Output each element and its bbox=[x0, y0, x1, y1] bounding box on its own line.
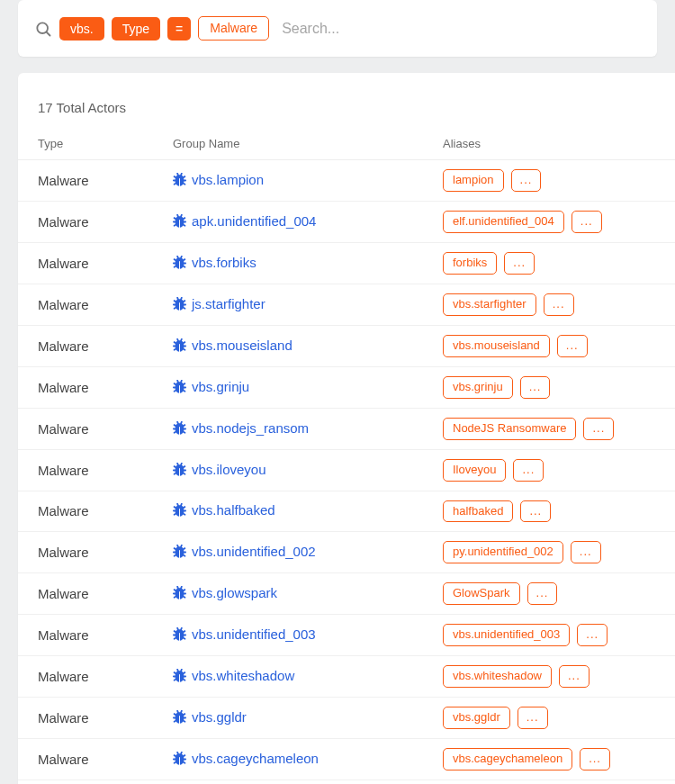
alias-tag[interactable]: lampion bbox=[443, 169, 504, 192]
table-row: Malwarevbs.cageychameleonvbs.cageychamel… bbox=[18, 738, 675, 779]
bug-icon bbox=[173, 256, 186, 269]
group-link[interactable]: vbs.lampion bbox=[173, 172, 264, 187]
type-cell: Malware bbox=[18, 491, 153, 532]
group-link[interactable]: vbs.glowspark bbox=[173, 585, 277, 600]
alias-more-button[interactable]: ... bbox=[572, 211, 602, 233]
group-link[interactable]: vbs.mouseisland bbox=[173, 338, 292, 353]
search-input[interactable] bbox=[276, 17, 641, 41]
group-name: vbs.unidentified_003 bbox=[192, 626, 316, 642]
alias-more-button[interactable]: ... bbox=[518, 707, 548, 729]
alias-more-button[interactable]: ... bbox=[511, 169, 542, 192]
aliases-cell: vbs.unidentified_003... bbox=[423, 615, 675, 656]
type-cell: Malware bbox=[18, 449, 153, 491]
group-link[interactable]: js.starfighter bbox=[173, 296, 266, 311]
group-cell: vbs.iloveyou bbox=[153, 449, 423, 491]
group-cell: vbs.forbiks bbox=[153, 243, 423, 284]
alias-more-button[interactable]: ... bbox=[520, 376, 551, 399]
group-name: vbs.mouseisland bbox=[192, 338, 292, 353]
group-link[interactable]: vbs.grinju bbox=[173, 379, 249, 394]
group-cell: vbs.nodejs_ransom bbox=[153, 408, 423, 449]
alias-tag[interactable]: py.unidentified_002 bbox=[443, 541, 563, 563]
table-row: Malwarevbs.forbiksforbiks... bbox=[18, 243, 675, 284]
col-header-group[interactable]: Group Name bbox=[153, 128, 423, 160]
alias-tag[interactable]: vbs.unidentified_003 bbox=[443, 624, 570, 646]
group-cell: vbs.grinju bbox=[153, 366, 423, 408]
group-link[interactable]: vbs.unidentified_002 bbox=[173, 544, 316, 559]
alias-tag[interactable]: vbs.starfighter bbox=[443, 293, 536, 316]
filter-chip-field[interactable]: Type bbox=[112, 17, 160, 41]
alias-more-button[interactable]: ... bbox=[580, 748, 610, 770]
aliases-cell: vbs.ggldr... bbox=[423, 697, 675, 738]
alias-tag[interactable]: halfbaked bbox=[443, 500, 513, 523]
group-link[interactable]: vbs.ggldr bbox=[173, 709, 247, 725]
table-row: Malwarevbs.grinjuvbs.grinju... bbox=[18, 366, 675, 408]
alias-tag[interactable]: forbiks bbox=[443, 252, 497, 275]
group-cell: vbs.whiteshadow bbox=[153, 656, 423, 698]
table-row: Malwarevbs.unidentified_002py.unidentifi… bbox=[18, 532, 675, 573]
bug-icon bbox=[173, 421, 186, 435]
alias-more-button[interactable]: ... bbox=[577, 624, 608, 646]
aliases-cell: vbs.mouseisland... bbox=[423, 325, 675, 366]
alias-tag[interactable]: vbs.ggldr bbox=[443, 707, 510, 729]
filter-chip-value[interactable]: Malware bbox=[198, 16, 269, 41]
aliases-cell: vbs.starfighter... bbox=[423, 284, 675, 326]
type-cell: Malware bbox=[18, 697, 153, 738]
table-row: Malwareapk.unidentified_004elf.unidentif… bbox=[18, 202, 675, 243]
bug-icon bbox=[173, 463, 186, 476]
type-cell: Malware bbox=[18, 573, 153, 615]
alias-tag[interactable]: Iloveyou bbox=[443, 459, 506, 482]
group-name: vbs.lampion bbox=[192, 172, 264, 187]
col-header-type[interactable]: Type bbox=[18, 128, 153, 160]
alias-tag[interactable]: vbs.whiteshadow bbox=[443, 665, 552, 688]
alias-more-button[interactable]: ... bbox=[527, 582, 558, 605]
alias-tag[interactable]: vbs.grinju bbox=[443, 376, 513, 399]
group-cell: vbs.cageychameleon bbox=[153, 738, 423, 779]
aliases-cell: Iloveyou... bbox=[423, 449, 675, 491]
group-link[interactable]: vbs.halfbaked bbox=[173, 502, 275, 518]
filter-chip-prefix[interactable]: vbs. bbox=[59, 17, 104, 41]
alias-more-button[interactable]: ... bbox=[571, 541, 601, 563]
search-icon[interactable] bbox=[34, 20, 52, 38]
alias-tag[interactable]: vbs.cageychameleon bbox=[443, 748, 572, 770]
aliases-cell: py.unidentified_002... bbox=[423, 532, 675, 573]
alias-tag[interactable]: elf.unidentified_004 bbox=[443, 211, 564, 233]
group-cell: vbs.ggldr bbox=[153, 697, 423, 738]
group-link[interactable]: apk.unidentified_004 bbox=[173, 213, 316, 229]
group-name: vbs.ggldr bbox=[192, 709, 247, 725]
type-cell: Malware bbox=[18, 284, 153, 326]
alias-more-button[interactable]: ... bbox=[513, 459, 544, 482]
group-link[interactable]: vbs.whiteshadow bbox=[173, 668, 294, 683]
table-row: Malwarevbs.whiteshadowvbs.whiteshadow... bbox=[18, 656, 675, 698]
group-link[interactable]: vbs.iloveyou bbox=[173, 462, 266, 477]
alias-more-button[interactable]: ... bbox=[583, 418, 614, 440]
type-cell: Malware bbox=[18, 408, 153, 449]
alias-more-button[interactable]: ... bbox=[544, 293, 574, 316]
alias-more-button[interactable]: ... bbox=[520, 500, 551, 523]
group-name: vbs.cageychameleon bbox=[192, 751, 319, 766]
table-row: Malwarevbs.mouseislandvbs.mouseisland... bbox=[18, 325, 675, 366]
alias-more-button[interactable]: ... bbox=[559, 665, 590, 688]
group-link[interactable]: vbs.unidentified_003 bbox=[173, 626, 316, 642]
table-row: Malwarevbs.halfbakedhalfbaked... bbox=[18, 491, 675, 532]
type-cell: Malware bbox=[18, 202, 153, 243]
bug-icon bbox=[173, 503, 186, 517]
group-link[interactable]: vbs.forbiks bbox=[173, 255, 256, 270]
alias-tag[interactable]: vbs.mouseisland bbox=[443, 335, 550, 357]
group-name: vbs.halfbaked bbox=[192, 502, 275, 518]
group-name: vbs.unidentified_002 bbox=[192, 544, 316, 559]
search-bar: vbs. Type = Malware bbox=[18, 0, 657, 57]
group-cell: vbs.unidentified_002 bbox=[153, 532, 423, 573]
alias-more-button[interactable]: ... bbox=[504, 252, 535, 275]
group-link[interactable]: vbs.cageychameleon bbox=[173, 751, 319, 766]
bug-icon bbox=[173, 214, 186, 228]
group-link[interactable]: vbs.nodejs_ransom bbox=[173, 420, 309, 436]
filter-chip-operator[interactable]: = bbox=[167, 17, 191, 41]
aliases-cell: vbs.whiteshadow... bbox=[423, 656, 675, 698]
alias-tag[interactable]: NodeJS Ransomware bbox=[443, 418, 576, 440]
alias-tag[interactable]: GlowSpark bbox=[443, 582, 520, 605]
col-header-aliases[interactable]: Aliases bbox=[423, 128, 675, 160]
group-name: vbs.whiteshadow bbox=[192, 668, 294, 683]
alias-more-button[interactable]: ... bbox=[557, 335, 588, 357]
type-cell: Malware bbox=[18, 160, 153, 202]
bug-icon bbox=[173, 669, 186, 682]
